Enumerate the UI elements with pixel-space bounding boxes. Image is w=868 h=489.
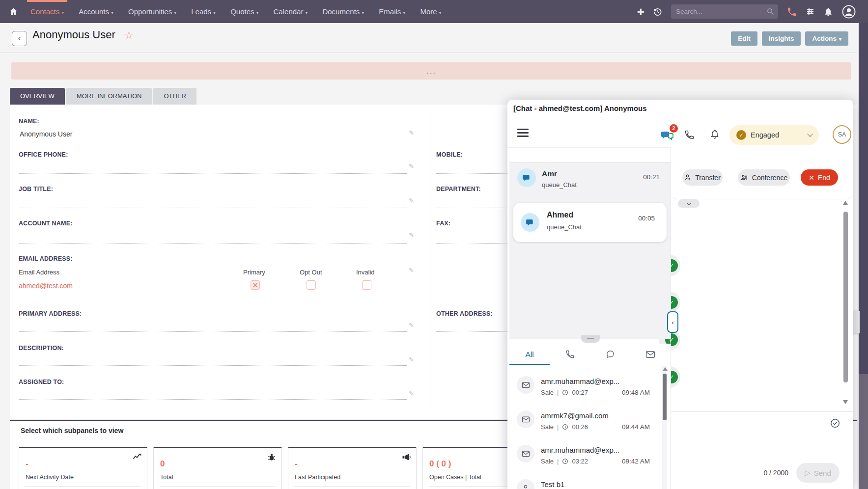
menu-hamburger-icon[interactable]	[517, 129, 529, 137]
scroll-down-arrow[interactable]	[843, 400, 848, 404]
subpanel-card-bugs[interactable]: 0 Total BUGS	[153, 447, 282, 489]
recently-viewed-icon[interactable]	[653, 7, 663, 17]
send-button[interactable]: ▷ Send	[796, 463, 840, 483]
field-label-other-address: OTHER ADDRESS:	[436, 310, 493, 317]
history-scroll-up-arrow[interactable]	[663, 367, 668, 371]
header-actions: Edit Insights Actions▾	[731, 31, 848, 46]
session-queue: queue_Chat	[547, 223, 582, 231]
chat-scrollbar-thumb[interactable]	[843, 212, 848, 382]
end-call-button[interactable]: ✕ End	[801, 169, 838, 186]
back-button[interactable]: ‹	[12, 31, 27, 46]
edit-pencil-icon[interactable]: ✎	[409, 197, 414, 204]
home-icon[interactable]	[9, 7, 18, 16]
envelope-icon	[517, 376, 534, 394]
history-scrollbar-thumb[interactable]	[663, 374, 667, 420]
field-label-name: NAME:	[19, 118, 39, 125]
nav-item-more[interactable]: More▾	[413, 0, 448, 23]
nav-item-contacts[interactable]: Contacts▾	[23, 0, 71, 23]
crm-app: Contacts▾ Accounts▾ Opportunities▾ Leads…	[0, 0, 868, 489]
nav-item-opportunities[interactable]: Opportunities▾	[121, 0, 184, 23]
history-item[interactable]: amr.muhammad@exp... Sale| 03:22 09:42 AM	[509, 445, 671, 474]
widget-bell-icon[interactable]	[710, 129, 720, 141]
chevron-down-icon	[686, 200, 691, 205]
chevron-down-icon: ▾	[111, 10, 113, 15]
primary-checkbox[interactable]: ✕	[251, 280, 260, 290]
email-address-link[interactable]: ahmed@test.com	[19, 282, 73, 290]
history-item[interactable]: Test b1	[509, 479, 671, 489]
empty-field-line	[436, 208, 507, 208]
edit-pencil-icon[interactable]: ✎	[409, 129, 414, 136]
opt-out-checkbox[interactable]	[307, 280, 316, 290]
tab-overview[interactable]: OVERVIEW	[10, 88, 65, 105]
card-divider	[25, 487, 141, 487]
agent-status-dropdown[interactable]: ✓ Engaged	[729, 125, 819, 145]
panel-drag-handle[interactable]	[581, 335, 600, 343]
right-strip-scroll-thumb[interactable]	[859, 374, 868, 489]
alert-collapse-dots[interactable]: ...	[426, 69, 436, 74]
empty-field-line	[19, 331, 407, 332]
search-input[interactable]	[671, 4, 778, 19]
megaphone-icon	[401, 452, 411, 464]
tab-all[interactable]: All	[509, 344, 550, 365]
card-label: Open Cases | Total	[429, 474, 481, 481]
bug-icon	[267, 452, 277, 464]
invalid-checkbox[interactable]	[362, 280, 371, 290]
nav-item-accounts[interactable]: Accounts▾	[71, 0, 121, 23]
actions-button[interactable]: Actions▾	[805, 31, 848, 46]
chat-bubble-avatar-icon	[521, 213, 539, 232]
alert-bar: ...	[11, 62, 851, 80]
transfer-button[interactable]: Transfer	[682, 169, 723, 186]
empty-field-line	[19, 173, 407, 174]
phone-icon[interactable]	[786, 6, 797, 17]
settings-sliders-icon[interactable]	[806, 7, 815, 16]
tab-calls[interactable]	[550, 344, 590, 365]
edit-button[interactable]: Edit	[731, 31, 757, 46]
empty-field-line	[19, 365, 407, 366]
session-item-ahmed-selected[interactable]: Ahmed queue_Chat 00:05	[513, 203, 667, 242]
nav-item-calendar[interactable]: Calendar▾	[266, 0, 315, 23]
edit-pencil-icon[interactable]: ✎	[409, 267, 414, 274]
user-avatar-icon[interactable]	[841, 4, 856, 19]
tab-other[interactable]: OTHER	[153, 88, 196, 105]
tab-more-information[interactable]: MORE INFORMATION	[66, 88, 152, 105]
edit-pencil-icon[interactable]: ✎	[409, 163, 414, 170]
history-sub: Sale| 03:22	[541, 458, 588, 465]
tab-emails[interactable]	[630, 344, 671, 365]
check-circle-outline-icon[interactable]	[830, 418, 840, 431]
notifications-bell-icon[interactable]	[823, 7, 833, 17]
subpanel-card-campaigns[interactable]: - Last Participated CAMPAIGNS	[288, 447, 417, 489]
field-label-job-title: JOB TITLE:	[19, 186, 53, 192]
widget-phone-icon[interactable]	[684, 130, 695, 142]
history-item[interactable]: amr.muhammad@exp... Sale| 00:27 09:48 AM	[509, 376, 671, 406]
edit-pencil-icon[interactable]: ✎	[409, 231, 414, 239]
session-item-amr[interactable]: Amr queue_Chat 00:21	[509, 164, 671, 201]
card-label: Next Activity Date	[26, 474, 74, 481]
quick-create-icon[interactable]: +	[637, 5, 644, 18]
edit-pencil-icon[interactable]: ✎	[409, 356, 414, 363]
favorite-star-icon[interactable]: ☆	[124, 29, 134, 41]
top-navigation: Contacts▾ Accounts▾ Opportunities▾ Leads…	[0, 0, 868, 23]
nav-item-documents[interactable]: Documents▾	[315, 0, 371, 23]
history-item[interactable]: amrmk7@gmail.com Sale| 00:26 09:44 AM	[509, 410, 671, 440]
collapse-sessions-handle[interactable]: ‹	[667, 311, 678, 333]
tab-chats[interactable]	[590, 344, 630, 365]
collapse-controls-pill[interactable]	[678, 199, 700, 208]
search-icon[interactable]	[766, 7, 775, 18]
conference-button[interactable]: Conference	[738, 169, 790, 186]
scroll-up-arrow[interactable]	[843, 201, 848, 205]
chat-bubble-avatar-icon	[517, 168, 536, 187]
subpanel-card-activities[interactable]: - Next Activity Date ACTIVITIES	[19, 447, 147, 489]
edit-pencil-icon[interactable]: ✎	[409, 322, 414, 329]
agent-avatar[interactable]: SA	[833, 125, 851, 144]
empty-field-line	[19, 243, 407, 244]
nav-item-quotes[interactable]: Quotes▾	[223, 0, 266, 23]
email-col-invalid: Invalid	[356, 269, 375, 276]
edit-pencil-icon[interactable]: ✎	[409, 390, 414, 397]
nav-item-leads[interactable]: Leads▾	[184, 0, 223, 23]
empty-field-line	[436, 173, 507, 174]
record-tabs: OVERVIEW MORE INFORMATION OTHER	[10, 88, 196, 105]
insights-button[interactable]: Insights	[762, 31, 801, 46]
nav-item-emails[interactable]: Emails▾	[371, 0, 413, 23]
envelope-icon	[517, 410, 534, 428]
empty-field-line	[19, 208, 407, 208]
